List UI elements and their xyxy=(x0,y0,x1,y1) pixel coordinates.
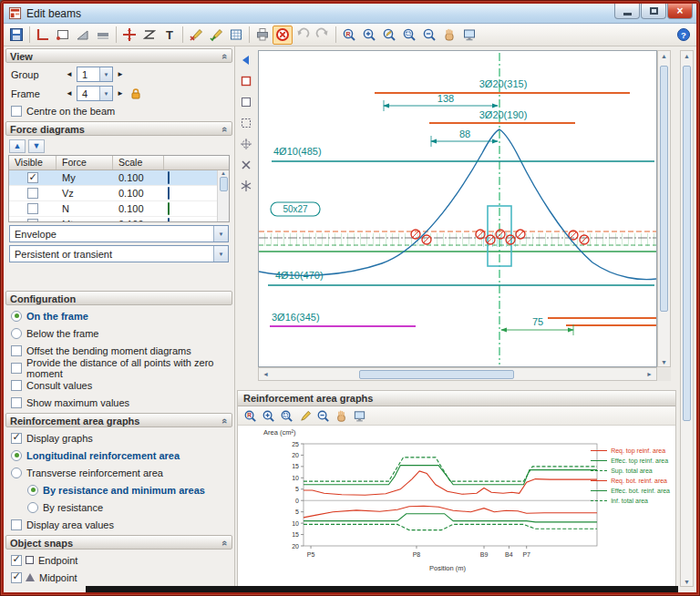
pan-hand-icon[interactable] xyxy=(439,26,459,45)
snap-star-icon[interactable] xyxy=(238,178,254,194)
section-header-reinforcement-graphs[interactable]: Reinforcement area graphs « xyxy=(5,413,232,427)
radio xyxy=(11,450,22,461)
envelope-select[interactable]: Envelope ▼ xyxy=(9,225,229,242)
group-select[interactable]: 1▼ xyxy=(77,67,113,82)
table-row[interactable]: Mt 0.100 xyxy=(9,217,229,222)
rectangle-beam-icon[interactable] xyxy=(53,26,73,45)
beam-elevation-icon[interactable] xyxy=(93,26,113,45)
option-display-area-values[interactable]: Display area values xyxy=(4,516,234,533)
zoom-previous-icon[interactable]: R xyxy=(339,26,359,45)
titlebar[interactable]: Edit beams × xyxy=(4,4,696,24)
section-header-force-diagrams[interactable]: Force diagrams « xyxy=(5,121,232,136)
slope-z-icon[interactable] xyxy=(139,26,160,45)
edit-beams-window: Edit beams × T xyxy=(0,0,700,596)
app-icon xyxy=(8,6,22,20)
option-display-graphs[interactable]: Display graphs xyxy=(4,429,234,447)
scroll-down-icon: ▼ xyxy=(681,579,693,585)
move-down-button[interactable]: ▼ xyxy=(28,139,45,153)
collapse-chevron-icon[interactable]: « xyxy=(221,539,230,545)
full-screen-icon[interactable] xyxy=(459,26,479,45)
window-vertical-scrollbar[interactable]: ▲ ▼ xyxy=(680,50,694,587)
option-by-resistance[interactable]: By resistance xyxy=(4,498,234,516)
reinforcement-chart[interactable]: Area (cm²) 25201510505101520P5P8B9B4P7 P… xyxy=(238,426,675,591)
table-row[interactable]: My 0.100 xyxy=(9,170,229,186)
snap-endpoint[interactable]: Endpoint xyxy=(4,551,234,569)
box-icon[interactable] xyxy=(238,94,254,110)
zoom-in-icon[interactable] xyxy=(259,407,277,425)
redraw-icon[interactable] xyxy=(295,407,314,425)
option-zero-moment[interactable]: Provide the distance of all points with … xyxy=(4,359,234,376)
option-below-the-frame[interactable]: Below the frame xyxy=(4,324,234,342)
beam-drawing-canvas[interactable]: 3Ø20(315) 138 3Ø20(190) 88 4Ø10(485) 50x… xyxy=(258,50,657,367)
scroll-up-icon: ▲ xyxy=(681,51,693,64)
pan-hand-icon[interactable] xyxy=(332,407,350,425)
edit-assign-icon[interactable] xyxy=(206,26,226,45)
maximize-button[interactable] xyxy=(641,4,666,19)
frame-select[interactable]: 4▼ xyxy=(77,86,113,101)
option-by-resistance-min[interactable]: By resistance and minimum areas xyxy=(4,481,234,498)
option-on-the-frame[interactable]: On the frame xyxy=(4,307,234,324)
group-prev-button[interactable]: ◄ xyxy=(64,68,75,81)
scroll-up-icon: ▲ xyxy=(221,170,226,176)
table-grid-icon[interactable] xyxy=(226,26,246,45)
legend-item: Req. bot. reinf. area xyxy=(591,476,670,486)
zoom-window-icon[interactable] xyxy=(277,407,295,425)
print-drawing-icon[interactable] xyxy=(252,26,273,45)
save-icon[interactable] xyxy=(6,26,26,45)
table-row[interactable]: Vz 0.100 xyxy=(9,186,229,201)
legend-item: Inf. total area xyxy=(591,496,670,506)
full-screen-icon[interactable] xyxy=(350,407,368,425)
dashed-box-icon[interactable] xyxy=(238,115,254,131)
option-longitudinal[interactable]: Longitudinal reinforcement area xyxy=(4,447,234,464)
collapse-chevron-icon[interactable]: « xyxy=(221,126,230,131)
snap-midpoint[interactable]: Midpoint xyxy=(4,569,234,586)
close-button[interactable]: × xyxy=(667,4,693,19)
frame-next-button[interactable]: ► xyxy=(115,87,126,100)
zoom-out-icon[interactable] xyxy=(419,26,439,45)
radio xyxy=(11,468,22,478)
redo-icon[interactable] xyxy=(313,26,333,45)
section-header-view[interactable]: View « xyxy=(5,48,232,63)
t-beam-icon[interactable]: T xyxy=(160,26,180,45)
undo-icon[interactable] xyxy=(293,26,313,45)
centre-on-beam-option[interactable]: Centre on the beam xyxy=(4,103,234,119)
collapse-left-arrow-icon[interactable] xyxy=(238,52,254,68)
center-target-icon[interactable] xyxy=(238,136,254,152)
table-row[interactable]: N 0.100 xyxy=(9,201,229,217)
delete-x-icon[interactable] xyxy=(238,157,254,173)
redraw-icon[interactable] xyxy=(379,26,399,45)
red-box-icon[interactable] xyxy=(238,73,254,89)
move-up-button[interactable]: ▲ xyxy=(9,139,26,153)
panel-title: Reinforcement area graphs xyxy=(238,391,675,406)
edit-delete-icon[interactable] xyxy=(186,26,206,45)
move-cross-icon[interactable] xyxy=(119,26,139,45)
reinforcement-graphs-panel: Reinforcement area graphs R xyxy=(237,390,676,592)
slope-icon[interactable] xyxy=(73,26,93,45)
frame-prev-button[interactable]: ◄ xyxy=(64,87,75,100)
section-header-object-snaps[interactable]: Object snaps « xyxy=(5,535,232,550)
lock-icon[interactable] xyxy=(129,87,142,100)
collapse-chevron-icon[interactable]: « xyxy=(221,53,230,58)
x-axis-title: Position (m) xyxy=(356,564,539,572)
canvas-horizontal-scrollbar[interactable]: ◄ ► xyxy=(258,367,657,381)
minimize-button[interactable] xyxy=(614,4,640,19)
zoom-previous-icon[interactable]: R xyxy=(241,407,259,425)
red-cancel-icon[interactable] xyxy=(273,26,293,45)
table-scrollbar[interactable]: ▲ xyxy=(217,170,229,221)
zoom-in-icon[interactable] xyxy=(359,26,379,45)
option-transverse[interactable]: Transverse reinforcement area xyxy=(4,464,234,481)
group-next-button[interactable]: ► xyxy=(115,68,126,81)
zoom-window-icon[interactable] xyxy=(399,26,419,45)
y-axis-title: Area (cm²) xyxy=(263,428,295,437)
combination-select[interactable]: Persistent or transient ▼ xyxy=(9,245,229,262)
corner-beam-icon[interactable] xyxy=(33,26,53,45)
help-icon[interactable]: ? xyxy=(674,26,694,45)
dim-88-label: 88 xyxy=(459,128,470,139)
scroll-down-icon: ▼ xyxy=(658,359,670,365)
zoom-out-icon[interactable] xyxy=(314,407,332,425)
collapse-chevron-icon[interactable]: « xyxy=(221,417,230,423)
canvas-vertical-scrollbar[interactable]: ▲ ▼ xyxy=(657,50,671,367)
option-show-maximum[interactable]: Show maximum values xyxy=(4,394,234,411)
toolbar-separator xyxy=(249,26,250,43)
option-consult-values[interactable]: Consult values xyxy=(4,376,234,394)
